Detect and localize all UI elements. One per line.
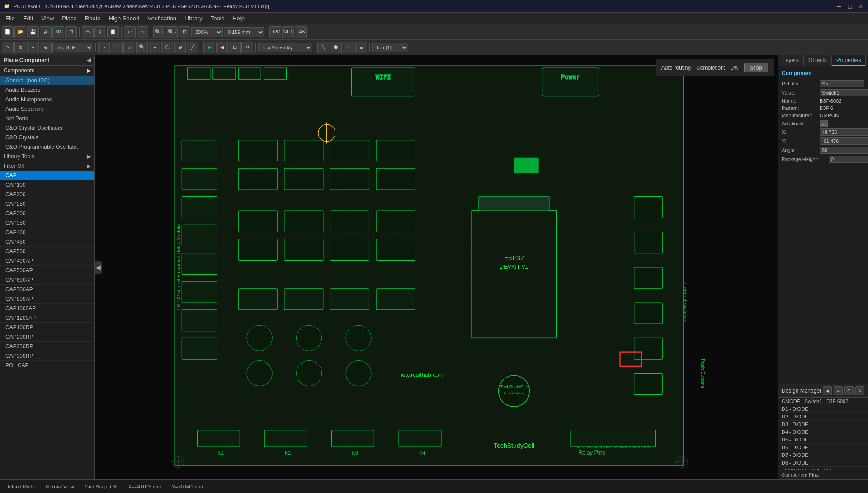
menu-place[interactable]: Place — [58, 14, 80, 23]
fab-btn[interactable]: FAB — [295, 26, 307, 38]
y-input[interactable] — [820, 137, 868, 145]
trace-btn[interactable]: ⬡ — [161, 42, 173, 53]
item-cap300[interactable]: CAP300 — [0, 209, 94, 218]
item-cap700ap[interactable]: CAP700AP — [0, 285, 94, 294]
item-cap600ap[interactable]: CAP600AP — [0, 275, 94, 285]
maximize-btn[interactable]: □ — [846, 3, 854, 10]
dm-item-3[interactable]: D3 - DIODE — [778, 421, 868, 428]
item-cap100[interactable]: CAP100 — [0, 180, 94, 190]
refdes-input[interactable] — [820, 80, 864, 87]
item-cap1200ap[interactable]: CAP1200AP — [0, 313, 94, 323]
zoom-out-btn[interactable]: 🔍- — [166, 26, 178, 38]
line-btn[interactable]: ━ — [343, 42, 354, 53]
item-cap500ap[interactable]: CAP500AP — [0, 266, 94, 275]
zoom-in-btn[interactable]: 🔍+ — [153, 26, 165, 38]
dm-item-6[interactable]: D6 - DIODE — [778, 444, 868, 451]
3d-btn[interactable]: 3D — [52, 26, 64, 38]
circle-btn[interactable]: ○ — [123, 42, 135, 53]
item-audio-speakers[interactable]: Audio Speakers — [0, 104, 94, 114]
pad-btn[interactable]: ● — [149, 42, 160, 53]
item-audio-buzzers[interactable]: Audio Buzzers — [0, 85, 94, 95]
window-controls[interactable]: ─ □ ✕ — [835, 3, 864, 10]
track-btn[interactable]: ╱ — [187, 42, 198, 53]
dm-item-9[interactable]: TSOP1838 - HDR-1x3 — [778, 467, 868, 470]
item-cap400[interactable]: CAP400 — [0, 228, 94, 237]
segment-btn[interactable]: ▶ — [203, 42, 215, 53]
arc-btn[interactable]: ⌒ — [111, 42, 123, 53]
select-btn[interactable]: ↖ — [2, 42, 14, 53]
pkg-height-input[interactable] — [829, 156, 868, 163]
item-co-crystal-oscillators[interactable]: C&O Crystal Oscillators — [0, 123, 94, 133]
copy-btn[interactable]: ⎘ — [94, 26, 106, 38]
menu-high-speed[interactable]: High Speed — [105, 14, 143, 23]
undo-btn[interactable]: ↩ — [124, 26, 136, 38]
stop-autorouting-btn[interactable]: Stop — [744, 63, 768, 72]
cut-btn[interactable]: ✂ — [82, 26, 94, 38]
netlist-btn[interactable]: NET — [282, 26, 294, 38]
angle-input[interactable] — [820, 147, 868, 154]
item-cap450[interactable]: CAP450 — [0, 237, 94, 247]
poly-btn[interactable]: ⬟ — [330, 42, 342, 53]
item-cap250[interactable]: CAP250 — [0, 199, 94, 209]
tab-properties[interactable]: Properties — [832, 55, 866, 66]
minimize-btn[interactable]: ─ — [835, 3, 843, 10]
canvas-area[interactable]: WIFI Power ESP32 control 8-channel Relay… — [95, 55, 778, 479]
grid-size-select[interactable]: 0.159 mm 0.1 mm 0.25 mm — [224, 27, 264, 37]
dm-item-8[interactable]: D8 - DIODE — [778, 459, 868, 467]
ratsnest-btn[interactable]: ~ — [98, 42, 110, 53]
collapse-left-panel-btn[interactable]: ◀ — [95, 261, 102, 274]
component-btn[interactable]: ⊕ — [14, 42, 26, 53]
item-cap1000ap[interactable]: CAP1000AP — [0, 304, 94, 313]
zoom-fit-btn[interactable]: ⊡ — [179, 26, 190, 38]
top-side-select[interactable]: Top Side Bottom Side — [52, 43, 93, 52]
paste-btn[interactable]: 📋 — [107, 26, 119, 38]
item-audio-microphones[interactable]: Audio Microphones — [0, 95, 94, 104]
menu-verification[interactable]: Verification — [144, 14, 180, 23]
item-cap400ap[interactable]: CAP400AP — [0, 256, 94, 266]
redo-btn[interactable]: ↪ — [137, 26, 148, 38]
pcb-canvas[interactable]: WIFI Power ESP32 control 8-channel Relay… — [95, 55, 778, 479]
bus-btn[interactable]: ≡ — [355, 42, 367, 53]
additional-btn[interactable]: ... — [820, 120, 828, 127]
menu-library[interactable]: Library — [181, 14, 206, 23]
item-co-programmable[interactable]: C&O Programmable Oscillato... — [0, 142, 94, 152]
item-cap100rp[interactable]: CAP100RP — [0, 323, 94, 332]
item-cap300rp[interactable]: CAP300RP — [0, 351, 94, 361]
via-btn[interactable]: ⊗ — [174, 42, 186, 53]
zoom-level-select[interactable]: 200% 100% 150% — [191, 27, 223, 37]
menu-tools[interactable]: Tools — [207, 14, 228, 23]
grid-btn[interactable]: ⊞ — [65, 26, 77, 38]
layer-select[interactable]: Top (1) Bottom (16) — [372, 43, 408, 52]
library-tools-section[interactable]: Library Tools ▶ — [0, 152, 94, 161]
menu-view[interactable]: View — [38, 14, 57, 23]
dm-list-btn[interactable]: ≡ — [834, 386, 843, 395]
item-cap200[interactable]: CAP200 — [0, 190, 94, 199]
new-btn[interactable]: 📄 — [2, 26, 14, 38]
drc-btn[interactable]: DRC — [269, 26, 281, 38]
tab-layers[interactable]: Layers — [778, 55, 804, 66]
remove-btn[interactable]: ✕ — [241, 42, 253, 53]
item-general-non-ipc[interactable]: General (non-IPC) — [0, 76, 94, 85]
filter-off-section[interactable]: Filter Off ▶ — [0, 161, 94, 171]
item-co-crystals[interactable]: C&O Crystals — [0, 133, 94, 142]
menu-route[interactable]: Route — [81, 14, 104, 23]
item-cap[interactable]: CAP — [0, 171, 94, 180]
panel-collapse-btn[interactable]: ◀ — [87, 57, 91, 63]
fanout-btn[interactable]: ⊞ — [229, 42, 241, 53]
dm-refresh-btn[interactable]: ↻ — [855, 386, 864, 395]
menu-file[interactable]: File — [2, 14, 19, 23]
close-btn[interactable]: ✕ — [857, 3, 864, 10]
dm-collapse-btn[interactable]: ◀ — [823, 386, 832, 395]
dm-item-0[interactable]: CMODE - Switch1 - B3F-6002 — [778, 398, 868, 405]
menu-help[interactable]: Help — [229, 14, 248, 23]
value-input[interactable] — [820, 89, 868, 96]
dm-item-2[interactable]: D2 - DIODE — [778, 413, 868, 421]
dm-item-4[interactable]: D4 - DIODE — [778, 428, 868, 436]
open-btn[interactable]: 📂 — [14, 26, 26, 38]
item-net-ports[interactable]: Net Ports — [0, 114, 94, 123]
dm-item-1[interactable]: D1 - DIODE — [778, 405, 868, 413]
item-cap500[interactable]: CAP500 — [0, 247, 94, 256]
menu-edit[interactable]: Edit — [19, 14, 37, 23]
item-cap250rp[interactable]: CAP250RP — [0, 342, 94, 351]
components-header[interactable]: Components ▶ — [0, 66, 94, 76]
